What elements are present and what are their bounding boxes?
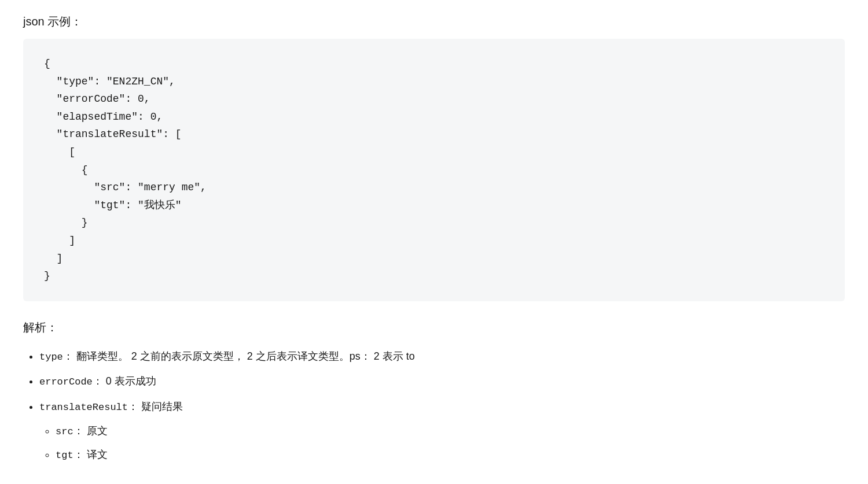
translateresult-children: src： 原文 tgt： 译文 bbox=[39, 422, 845, 465]
tgt-code: tgt bbox=[56, 450, 73, 461]
type-text: ： 翻译类型。 2 之前的表示原文类型， 2 之后表示译文类型。ps： 2 表示… bbox=[63, 350, 415, 362]
src-text: ： 原文 bbox=[73, 425, 108, 437]
json-example-title: json 示例： bbox=[23, 14, 845, 29]
json-code-block: { "type": "EN2ZH_CN", "errorCode": 0, "e… bbox=[23, 39, 845, 301]
type-code: type bbox=[39, 352, 63, 363]
tgt-text: ： 译文 bbox=[73, 449, 108, 460]
src-code: src bbox=[56, 426, 73, 437]
analysis-list: type： 翻译类型。 2 之前的表示原文类型， 2 之后表示译文类型。ps： … bbox=[23, 347, 845, 465]
translateresult-text: ： 疑问结果 bbox=[128, 401, 183, 412]
analysis-title: 解析： bbox=[23, 320, 845, 335]
list-item-src: src： 原文 bbox=[56, 422, 845, 441]
errorcode-code: errorCode bbox=[39, 376, 93, 387]
list-item-translateresult: translateResult： 疑问结果 src： 原文 tgt： 译文 bbox=[39, 397, 845, 465]
list-item-errorcode: errorCode： 0 表示成功 bbox=[39, 372, 845, 391]
errorcode-text: ： 0 表示成功 bbox=[93, 375, 156, 387]
translateresult-code: translateResult bbox=[39, 402, 128, 413]
list-item-type: type： 翻译类型。 2 之前的表示原文类型， 2 之后表示译文类型。ps： … bbox=[39, 347, 845, 367]
list-item-tgt: tgt： 译文 bbox=[56, 445, 845, 465]
